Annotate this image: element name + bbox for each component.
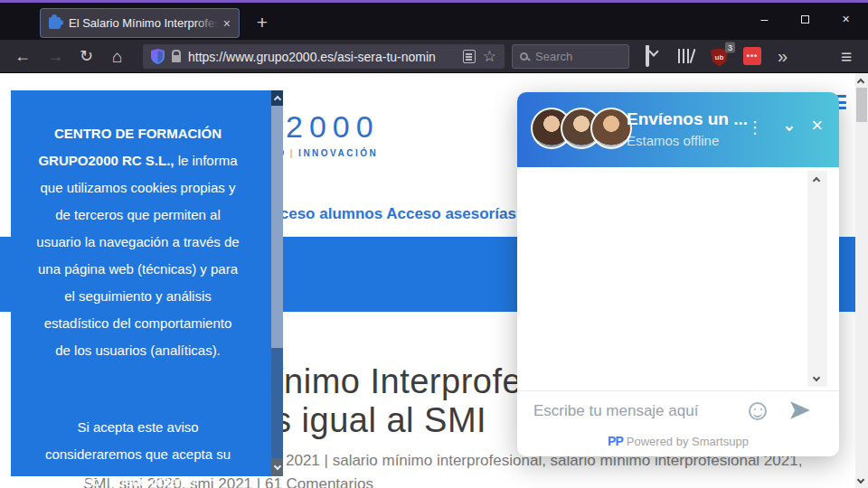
url-text[interactable]: https://www.grupo2000.es/asi-sera-tu-nom…	[188, 50, 436, 64]
tagline-separator: |	[287, 148, 298, 158]
tab-bar: El Salario Mínimo Interprofesio × + – ×	[0, 0, 868, 40]
ublock-badge: 3	[725, 42, 735, 53]
powered-by-label[interactable]: Powered by Smartsupp	[627, 435, 749, 448]
url-text-wrap[interactable]: https://www.grupo2000.es/asi-sera-tu-nom…	[188, 49, 456, 65]
cookie-scroll-down-icon[interactable]	[271, 458, 283, 476]
cookie-consent-panel: CENTRO DE FORMACIÓN GRUPO2000 RC S.L., l…	[11, 90, 283, 476]
maximize-icon	[801, 15, 809, 23]
window-controls: – ×	[744, 5, 866, 33]
chat-options-kebab-icon[interactable]: ⋮	[747, 117, 763, 137]
page-content: 2000 TALENTO|INNOVACIÓN Acceso alumnos A…	[0, 73, 868, 488]
chat-minimize-chevron-icon[interactable]	[787, 119, 792, 136]
new-tab-button[interactable]: +	[250, 10, 275, 35]
cookie-text: CENTRO DE FORMACIÓN GRUPO2000 RC S.L., l…	[36, 120, 240, 364]
chat-widget: Envíenos un ... Estamos offline ⋮ × Escr…	[517, 92, 839, 456]
chat-close-icon[interactable]: ×	[811, 114, 823, 137]
cookie-scroll-thumb[interactable]	[271, 106, 283, 348]
reader-mode-icon[interactable]	[463, 50, 476, 63]
chat-header: Envíenos un ... Estamos offline ⋮ ×	[517, 92, 839, 167]
back-icon[interactable]: ←	[14, 48, 31, 64]
search-placeholder: Search	[535, 50, 572, 63]
browser-window: El Salario Mínimo Interprofesio × + – × …	[0, 0, 868, 488]
library-icon[interactable]	[678, 49, 693, 63]
scrollbar-thumb[interactable]	[856, 88, 867, 122]
close-window-button[interactable]: ×	[826, 5, 866, 33]
red-dots-square: •••	[743, 47, 761, 65]
send-message-icon[interactable]	[788, 399, 812, 426]
scrollbar-up-icon[interactable]	[857, 79, 864, 86]
overflow-chevrons-icon[interactable]: »	[778, 47, 788, 65]
red-dots-extension-icon[interactable]: •••	[743, 47, 761, 65]
chat-message-area[interactable]	[517, 167, 839, 390]
maximize-button[interactable]	[785, 5, 826, 33]
tagline-right: INNOVACIÓN	[298, 148, 378, 158]
library-bars	[678, 49, 693, 63]
tab-favicon-puzzle-icon	[49, 17, 61, 29]
chat-scrollbar[interactable]	[807, 171, 827, 387]
forward-icon[interactable]: →	[47, 48, 63, 64]
chat-title: Envíenos un ...	[627, 109, 748, 129]
page-heading-line2: s igual al SMI	[274, 401, 486, 440]
chat-input-row: Escribe tu mensaje aquí	[517, 390, 839, 432]
browser-tab[interactable]: El Salario Mínimo Interprofesio ×	[40, 8, 240, 38]
cookie-body: le informa que utilizamos cookies propia…	[36, 153, 239, 358]
chat-status: Estamos offline	[627, 133, 719, 148]
chat-scroll-up-icon[interactable]	[813, 177, 820, 184]
home-icon[interactable]: ⌂	[112, 48, 122, 65]
tab-title: El Salario Mínimo Interprofesio	[69, 16, 218, 30]
scrollbar-down-icon[interactable]	[857, 476, 864, 483]
tab-title-fade	[194, 16, 218, 30]
cookie-bold-2: GRUPO2000 RC S.L.,	[38, 153, 174, 168]
cookie-bold-1: CENTRO DE FORMACIÓN	[54, 126, 222, 141]
cookie-accept-note: Si acepta este aviso consideraremos que …	[36, 414, 240, 488]
smartsupp-logo-icon: PP	[608, 434, 623, 448]
tab-close-icon[interactable]: ×	[223, 17, 231, 30]
search-icon	[520, 52, 528, 61]
cookie-scroll-up-icon[interactable]	[271, 90, 283, 106]
pocket-shape	[646, 45, 649, 67]
search-bar[interactable]: Search	[512, 44, 629, 69]
pocket-icon[interactable]	[646, 48, 649, 64]
chat-scroll-down-icon[interactable]	[813, 374, 820, 381]
bookmark-star-icon[interactable]: ☆	[483, 47, 496, 66]
chat-message-input[interactable]: Escribe tu mensaje aquí	[533, 402, 698, 420]
site-logo[interactable]: 2000	[286, 109, 380, 145]
agent-avatars	[531, 108, 632, 149]
browser-toolbar: ← → ↻ ⌂ https://www.grupo2000.es/asi-ser…	[0, 40, 868, 73]
chat-footer: PPPowered by Smartsupp	[517, 434, 839, 448]
https-lock-icon[interactable]	[172, 55, 181, 62]
page-scrollbar[interactable]	[855, 73, 868, 488]
menu-hamburger-icon[interactable]: ≡	[841, 47, 852, 66]
cookie-scrollbar[interactable]	[271, 90, 283, 476]
tracking-protection-shield-icon[interactable]	[151, 49, 165, 64]
ublock-extension-icon[interactable]: ub 3	[711, 46, 728, 67]
url-text-fade	[434, 49, 456, 65]
url-bar[interactable]: https://www.grupo2000.es/asi-sera-tu-nom…	[143, 44, 505, 69]
emoji-smiley-icon[interactable]	[749, 402, 767, 420]
reload-icon[interactable]: ↻	[80, 48, 93, 64]
minimize-button[interactable]: –	[744, 5, 785, 33]
